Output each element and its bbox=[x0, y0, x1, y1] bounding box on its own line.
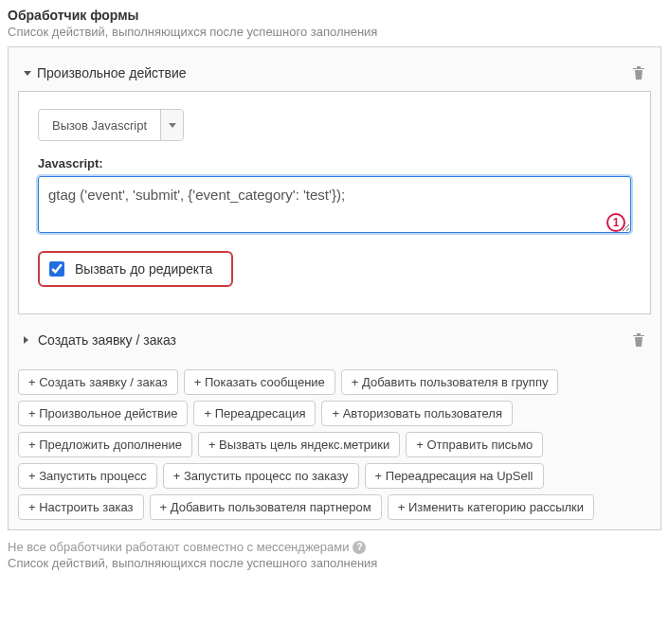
call-before-redirect-label: Вызвать до редиректа bbox=[75, 261, 212, 277]
select-dropdown-button[interactable] bbox=[160, 110, 183, 140]
trash-icon[interactable] bbox=[632, 332, 645, 348]
add-action-button[interactable]: + Изменить категорию рассылки bbox=[388, 494, 594, 520]
action-title: Создать заявку / заказ bbox=[38, 332, 176, 348]
add-action-button[interactable]: + Настроить заказ bbox=[18, 494, 144, 520]
chevron-right-icon bbox=[24, 336, 32, 344]
page-title: Обработчик формы bbox=[8, 8, 661, 23]
action-type-select[interactable]: Вызов Javascript bbox=[38, 109, 184, 141]
call-before-redirect-row[interactable]: Вызвать до редиректа bbox=[38, 251, 233, 287]
add-action-button[interactable]: + Вызвать цель яндекс.метрики bbox=[198, 432, 400, 457]
call-before-redirect-checkbox[interactable] bbox=[49, 261, 64, 277]
add-action-button[interactable]: + Предложить дополнение bbox=[18, 432, 192, 457]
action-body: Вызов Javascript Javascript: 1 Вызвать д… bbox=[18, 91, 651, 314]
add-action-button[interactable]: + Запустить процесс по заказу bbox=[163, 463, 359, 489]
page-subtitle: Список действий, выполняющихся после усп… bbox=[8, 25, 661, 39]
footnote-1: Не все обработчики работают совместно с … bbox=[8, 540, 661, 554]
add-action-buttons: + Создать заявку / заказ+ Показать сообщ… bbox=[18, 369, 651, 520]
action-title: Произвольное действие bbox=[37, 65, 187, 80]
javascript-input[interactable] bbox=[38, 176, 631, 233]
annotation-badge: 1 bbox=[606, 213, 625, 232]
add-action-button[interactable]: + Переадресация на UpSell bbox=[365, 463, 544, 489]
add-action-button[interactable]: + Показать сообщение bbox=[184, 369, 335, 395]
javascript-label: Javascript: bbox=[38, 156, 631, 170]
footnote-2: Список действий, выполняющихся после усп… bbox=[8, 556, 661, 570]
chevron-down-icon bbox=[24, 71, 31, 76]
add-action-button[interactable]: + Запустить процесс bbox=[18, 463, 157, 489]
add-action-button[interactable]: + Авторизовать пользователя bbox=[321, 401, 512, 426]
add-action-button[interactable]: + Произвольное действие bbox=[18, 401, 188, 426]
chevron-down-icon bbox=[169, 123, 176, 128]
add-action-button[interactable]: + Добавить пользователя в группу bbox=[341, 369, 559, 395]
actions-panel: Произвольное действие Вызов Javascript J… bbox=[8, 46, 661, 530]
action-header-collapsed[interactable]: Создать заявку / заказ bbox=[18, 324, 651, 356]
add-action-button[interactable]: + Создать заявку / заказ bbox=[18, 369, 178, 395]
trash-icon[interactable] bbox=[632, 65, 645, 80]
action-header-expanded[interactable]: Произвольное действие bbox=[18, 57, 651, 89]
add-action-button[interactable]: + Переадресация bbox=[193, 401, 316, 426]
help-icon[interactable]: ? bbox=[353, 541, 366, 554]
select-value: Вызов Javascript bbox=[39, 110, 160, 140]
add-action-button[interactable]: + Отправить письмо bbox=[406, 432, 543, 457]
add-action-button[interactable]: + Добавить пользователя партнером bbox=[150, 494, 382, 520]
